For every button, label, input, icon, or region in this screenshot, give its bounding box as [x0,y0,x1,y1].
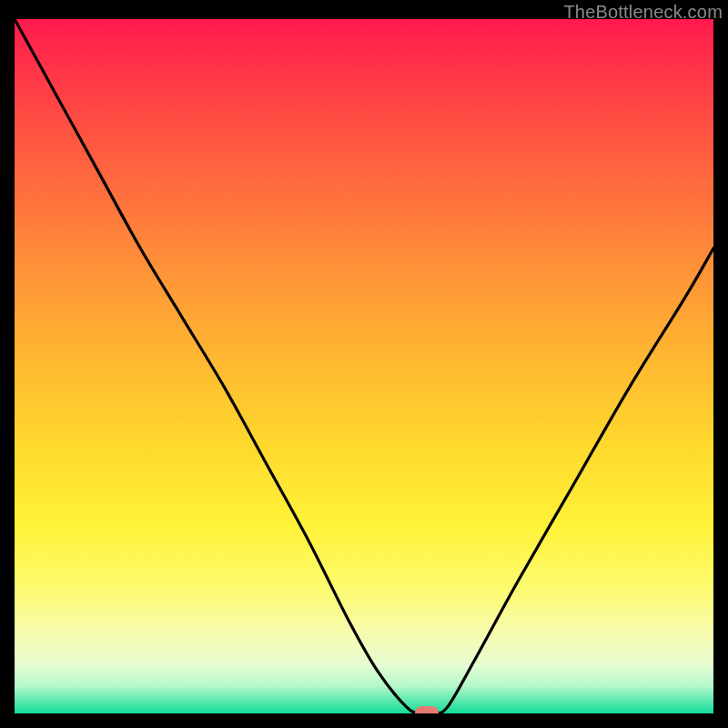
watermark: TheBottleneck.com [563,2,723,23]
bottleneck-curve [15,19,713,713]
plot-area [15,19,713,713]
optimal-marker [415,706,438,713]
chart-frame: TheBottleneck.com [0,0,728,728]
